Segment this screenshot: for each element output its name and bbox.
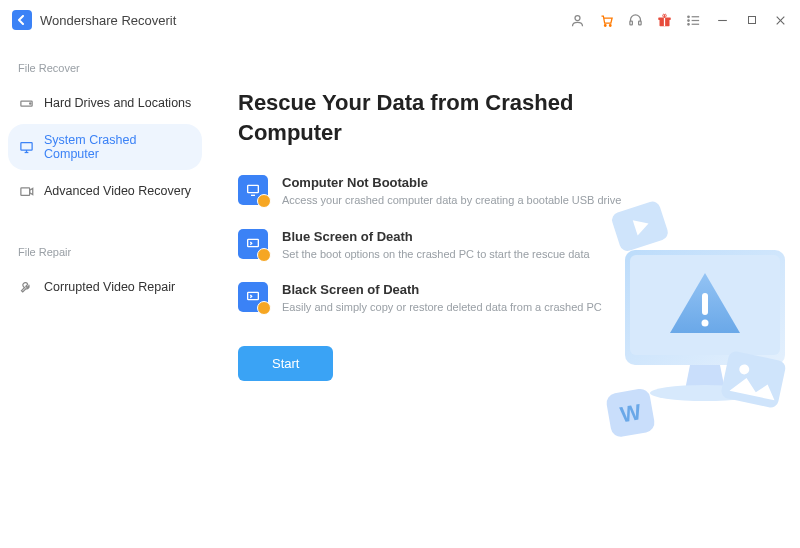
cart-icon[interactable] [599,13,614,28]
feature-list: Computer Not Bootable Access your crashe… [238,175,788,315]
monitor-badge-icon [238,175,268,205]
svg-point-2 [609,24,611,26]
close-icon[interactable] [773,13,788,28]
feature-title: Black Screen of Death [282,282,602,297]
svg-point-0 [575,15,580,20]
feature-desc: Set the boot options on the crashed PC t… [282,247,590,262]
video-icon [18,183,34,199]
feature-title: Blue Screen of Death [282,229,590,244]
maximize-icon[interactable] [744,13,759,28]
svg-rect-27 [248,292,259,299]
sidebar-section-recover: File Recover [8,62,202,74]
monitor-terminal-icon [238,282,268,312]
feature-not-bootable: Computer Not Bootable Access your crashe… [238,175,668,208]
start-button[interactable]: Start [238,346,333,381]
sidebar-item-label: Corrupted Video Repair [44,280,175,294]
svg-point-13 [688,23,690,25]
svg-rect-4 [639,21,642,25]
svg-rect-20 [20,142,31,150]
main-content: Rescue Your Data from Crashed Computer C… [210,40,800,548]
feature-title: Computer Not Bootable [282,175,621,190]
feature-black-screen: Black Screen of Death Easily and simply … [238,282,668,315]
sidebar-item-corrupted-video[interactable]: Corrupted Video Repair [8,270,202,304]
svg-text:W: W [618,399,643,427]
svg-point-37 [738,363,750,375]
minimize-icon[interactable] [715,13,730,28]
feature-desc: Easily and simply copy or restore delete… [282,300,602,315]
titlebar-actions [570,13,788,28]
titlebar-left: Wondershare Recoverit [12,10,176,30]
svg-rect-23 [20,187,29,195]
wrench-icon [18,279,34,295]
drive-icon [18,95,34,111]
svg-point-19 [29,102,30,103]
svg-point-35 [650,385,760,401]
app-logo-icon [12,10,32,30]
svg-rect-24 [248,186,259,193]
monitor-icon [18,139,34,155]
svg-point-12 [688,19,690,21]
svg-rect-36 [720,350,787,409]
svg-rect-38 [605,387,656,438]
headset-icon[interactable] [628,13,643,28]
sidebar-item-label: System Crashed Computer [44,133,192,161]
sidebar-item-system-crashed[interactable]: System Crashed Computer [8,124,202,170]
svg-rect-15 [748,17,755,24]
sidebar-item-label: Hard Drives and Locations [44,96,191,110]
app-title: Wondershare Recoverit [40,13,176,28]
gift-icon[interactable] [657,13,672,28]
user-icon[interactable] [570,13,585,28]
sidebar-section-repair: File Repair [8,246,202,258]
svg-rect-3 [630,21,633,25]
sidebar-item-advanced-video[interactable]: Advanced Video Recovery [8,174,202,208]
feature-desc: Access your crashed computer data by cre… [282,193,621,208]
sidebar-item-label: Advanced Video Recovery [44,184,191,198]
feature-blue-screen: Blue Screen of Death Set the boot option… [238,229,668,262]
svg-point-1 [604,24,606,26]
svg-rect-26 [248,239,259,246]
menu-list-icon[interactable] [686,13,701,28]
titlebar: Wondershare Recoverit [0,0,800,40]
sidebar-item-hard-drives[interactable]: Hard Drives and Locations [8,86,202,120]
svg-point-34 [702,320,709,327]
sidebar: File Recover Hard Drives and Locations S… [0,40,210,548]
page-title: Rescue Your Data from Crashed Computer [238,88,598,147]
svg-rect-7 [664,17,665,26]
svg-point-11 [688,16,690,18]
monitor-terminal-icon [238,229,268,259]
